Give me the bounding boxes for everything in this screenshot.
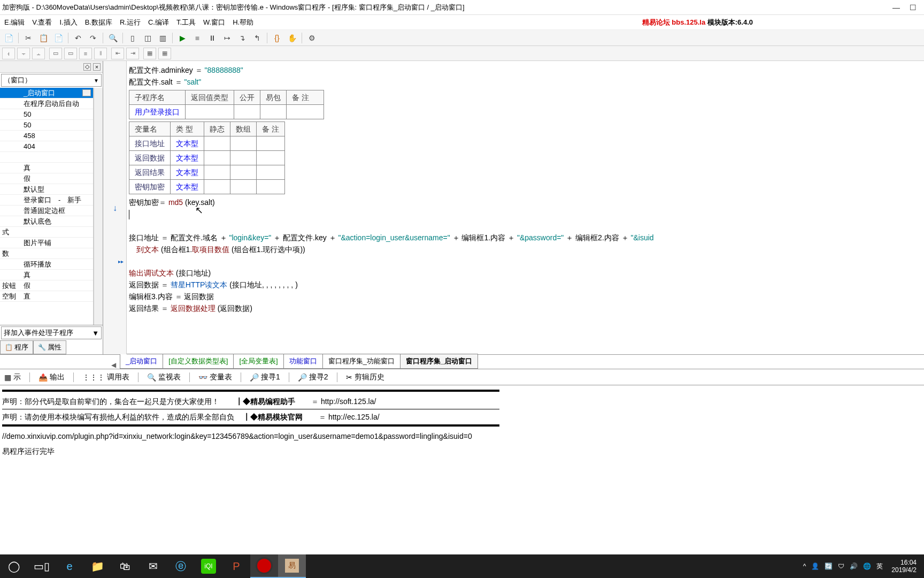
menu-compile[interactable]: C.编译 [148, 18, 169, 27]
tab-program[interactable]: 📋程序 [0, 340, 33, 354]
tray-vol-icon[interactable]: 🔊 [850, 562, 858, 570]
align6-icon[interactable]: ≡ [79, 48, 92, 59]
layout2-icon[interactable]: ◫ [141, 32, 154, 44]
tool-new-icon[interactable]: 📄 [2, 32, 15, 44]
panel-pin-icon[interactable]: ◇ [83, 63, 91, 71]
menu-view[interactable]: V.查看 [32, 18, 52, 27]
property-row[interactable]: _启动窗口… [0, 88, 93, 98]
stop-icon[interactable]: ■ [191, 32, 204, 44]
stepinto-icon[interactable]: ↴ [236, 32, 249, 44]
tab-properties[interactable]: 🔧属性 [33, 340, 66, 354]
btab-hint[interactable]: ▦示 [2, 371, 23, 383]
store-icon[interactable]: 🛍 [111, 554, 139, 578]
property-row[interactable]: 假 [0, 173, 93, 184]
property-row[interactable]: 式 [0, 227, 93, 238]
property-row[interactable]: 在程序启动后自动 [0, 98, 93, 109]
copy-icon[interactable]: 📋 [37, 32, 50, 44]
align11-icon[interactable]: ▦ [158, 48, 171, 59]
align5-icon[interactable]: ▭ [64, 48, 77, 59]
taskview-icon[interactable]: ▭▯ [28, 554, 56, 578]
tab-assembly-func[interactable]: 窗口程序集_功能窗口 [322, 354, 401, 369]
hand-icon[interactable]: ✋ [286, 32, 298, 44]
e-lang-icon[interactable]: 易 [278, 554, 306, 578]
property-row[interactable]: 登录窗口 - 新手 [0, 195, 93, 206]
align2-icon[interactable]: ⫟ [17, 48, 30, 59]
align3-icon[interactable]: ⫠ [32, 48, 45, 59]
property-row[interactable]: 默认底色 [0, 216, 93, 227]
run-icon[interactable]: ▶ [176, 32, 189, 44]
tray-shield-icon[interactable]: 🛡 [838, 562, 844, 570]
ie-icon[interactable]: ⓔ [167, 554, 195, 578]
btab-search1[interactable]: 🔎搜寻1 [248, 371, 282, 383]
property-row[interactable]: 图片平铺 [0, 238, 93, 248]
align8-icon[interactable]: ⇤ [111, 48, 124, 59]
step-icon[interactable]: ↦ [221, 32, 234, 44]
add-event-combo[interactable]: 择加入事件处理子程序 ▼ [1, 326, 102, 339]
tray-net-icon[interactable]: 🌐 [863, 562, 871, 570]
tab-scroll-left-icon[interactable]: ◀ [107, 361, 120, 369]
pause-icon[interactable]: ⏸ [206, 32, 219, 44]
align7-icon[interactable]: ⦀ [94, 48, 107, 59]
menu-database[interactable]: B.数据库 [85, 18, 112, 27]
explorer-icon[interactable]: 📁 [83, 554, 111, 578]
minimize-button[interactable]: — [892, 3, 900, 12]
tab-assembly-startup[interactable]: 窗口程序集_启动窗口 [400, 354, 478, 369]
align9-icon[interactable]: ⇥ [126, 48, 139, 59]
tray-people-icon[interactable]: 👤 [811, 562, 819, 570]
property-row[interactable]: 50 [0, 120, 93, 131]
iqiyi-icon[interactable]: iQI [201, 559, 216, 574]
menu-tools[interactable]: T.工具 [176, 18, 196, 27]
edge-icon[interactable]: e [56, 554, 83, 578]
gear-icon[interactable]: ⚙ [305, 32, 318, 44]
layout3-icon[interactable]: ▥ [156, 32, 169, 44]
btab-calltable[interactable]: ⋮⋮⋮调用表 [80, 371, 132, 383]
align10-icon[interactable]: ▦ [143, 48, 156, 59]
property-row[interactable]: 普通固定边框 [0, 206, 93, 216]
tab-startup-window[interactable]: _启动窗口 [120, 354, 163, 369]
align4-icon[interactable]: ▭ [49, 48, 62, 59]
maximize-button[interactable]: ☐ [910, 3, 917, 12]
powerpoint-icon[interactable]: P [222, 554, 250, 578]
btab-vars[interactable]: 👓变量表 [196, 371, 234, 383]
property-row[interactable]: 数 [0, 248, 93, 259]
system-tray[interactable]: ^ 👤 🔄 🛡 🔊 🌐 英 16:042019/4/2 [803, 559, 924, 574]
property-row[interactable] [0, 152, 93, 163]
tray-sync-icon[interactable]: 🔄 [825, 562, 833, 570]
menu-help[interactable]: H.帮助 [233, 18, 253, 27]
output-panel[interactable]: 声明：部分代码是取自前辈们的，集合在一起只是方便大家使用！┃◆精易编程助手＝ h… [0, 385, 924, 482]
property-grid[interactable]: _启动窗口…在程序启动后自动5050458404真假默认型登录窗口 - 新手普通… [0, 88, 103, 325]
tray-clock[interactable]: 16:042019/4/2 [888, 559, 920, 574]
property-row[interactable]: 真 [0, 163, 93, 173]
braces-icon[interactable]: {} [271, 32, 283, 44]
redo-icon[interactable]: ↷ [87, 32, 99, 44]
btab-watch[interactable]: 🔍监视表 [145, 371, 183, 383]
scrollbar[interactable] [94, 88, 103, 325]
menu-insert[interactable]: I.插入 [59, 18, 77, 27]
property-row[interactable]: 默认型 [0, 184, 93, 195]
btab-clip[interactable]: ✂剪辑历史 [344, 371, 387, 383]
property-row[interactable]: 458 [0, 131, 93, 141]
menu-window[interactable]: W.窗口 [203, 18, 225, 27]
btab-output[interactable]: 📤输出 [36, 371, 67, 383]
align1-icon[interactable]: ⫞ [2, 48, 15, 59]
record-app-icon[interactable] [250, 554, 278, 578]
property-row[interactable]: 循环播放 [0, 259, 93, 270]
tab-global-vars[interactable]: [全局变量表] [233, 354, 283, 369]
search-icon[interactable]: 🔍 [106, 32, 119, 44]
tray-up-icon[interactable]: ^ [803, 562, 806, 570]
property-row[interactable]: 按钮假 [0, 280, 93, 291]
undo-icon[interactable]: ↶ [72, 32, 84, 44]
tab-func-window[interactable]: 功能窗口 [283, 354, 323, 369]
menu-run[interactable]: R.运行 [120, 18, 141, 27]
stepout-icon[interactable]: ↰ [251, 32, 264, 44]
property-row[interactable]: 空制直 [0, 291, 93, 302]
start-button[interactable]: ◯ [0, 554, 28, 578]
property-row[interactable]: 真 [0, 270, 93, 280]
property-row[interactable]: 404 [0, 141, 93, 152]
panel-close-icon[interactable]: × [93, 63, 101, 71]
tray-ime[interactable]: 英 [876, 562, 883, 571]
mail-icon[interactable]: ✉ [139, 554, 167, 578]
tab-custom-types[interactable]: [自定义数据类型表] [163, 354, 234, 369]
code-editor[interactable]: 配置文件.adminkey ＝ "88888888" 配置文件.salt ＝ "… [127, 61, 924, 354]
property-row[interactable]: 50 [0, 109, 93, 120]
